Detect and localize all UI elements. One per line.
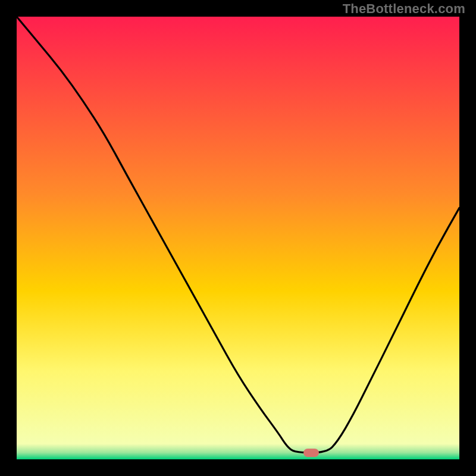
watermark-label: TheBottleneck.com [343,1,465,17]
plot-area [17,17,459,459]
bottleneck-curve [17,17,459,459]
chart-stage: TheBottleneck.com [0,0,476,476]
optimal-marker [303,449,319,457]
